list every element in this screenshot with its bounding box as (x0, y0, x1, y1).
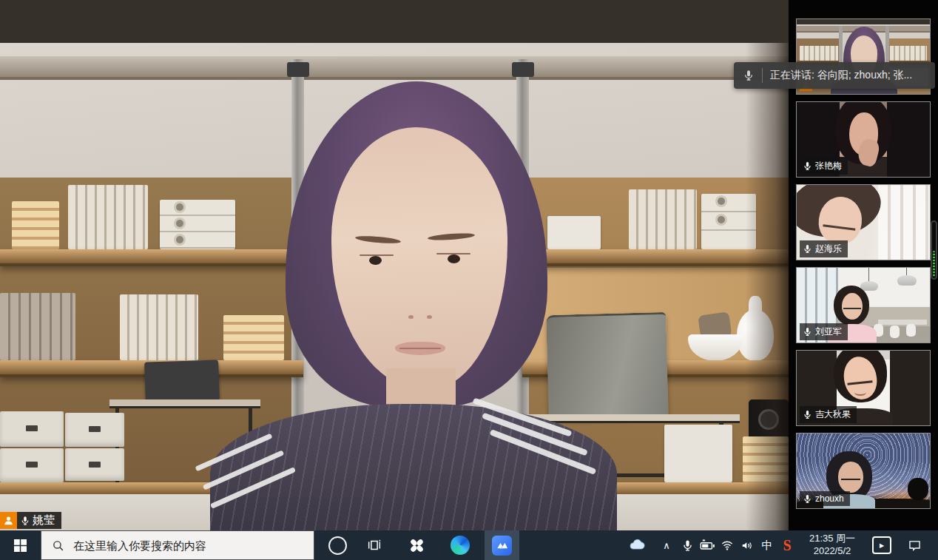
action-center-icon (907, 538, 922, 553)
tile-scene (897, 275, 917, 286)
tile-scene (890, 46, 927, 61)
speaker-name: 姚莹 (33, 513, 55, 527)
participant-name-label: 张艳梅 (800, 158, 848, 175)
storage-box (547, 216, 601, 249)
start-button[interactable] (0, 530, 41, 560)
clock-time: 21:35 周一 (809, 533, 855, 545)
sogou-icon: S (783, 537, 791, 554)
room-ceiling (0, 0, 789, 43)
person-icon (3, 515, 14, 526)
task-view-icon (366, 537, 382, 553)
tile-scene (854, 389, 866, 396)
mic-icon (803, 327, 812, 337)
speaker-torso (210, 404, 617, 531)
wifi-tray-button[interactable] (718, 530, 737, 560)
mic-icon (803, 244, 812, 254)
book-stack (223, 315, 284, 360)
participant-tile[interactable]: 刘亚军 (796, 267, 931, 343)
books-row (629, 189, 697, 249)
main-video-tile[interactable]: 姚莹 (0, 0, 789, 531)
tablet (144, 360, 220, 402)
toast-divider (762, 68, 763, 83)
binder-boxes (160, 200, 235, 249)
participant-tile[interactable]: 张艳梅 (796, 101, 931, 178)
speaker-icon (740, 539, 755, 553)
wifi-icon (721, 539, 734, 552)
media-overlay-button[interactable]: ▶ (868, 530, 895, 560)
sogou-ime-button[interactable]: S (777, 530, 797, 560)
edge-browser-button[interactable] (444, 530, 476, 560)
books-row (0, 293, 75, 360)
tile-scene (908, 478, 928, 500)
play-icon: ▶ (872, 536, 891, 554)
tile-scene (906, 324, 916, 337)
clock-date: 2022/5/2 (814, 545, 851, 558)
speaker-name-label: 姚莹 (17, 512, 61, 529)
taskbar-search-box[interactable] (41, 530, 314, 560)
book-stack (12, 201, 59, 249)
nose (405, 314, 435, 320)
cortana-icon (328, 536, 347, 555)
onedrive-tray-button[interactable] (626, 530, 648, 560)
tile-scene (843, 303, 861, 309)
tile-scene (878, 185, 931, 260)
participant-name: zhouxh (815, 493, 844, 504)
storage-box (65, 448, 124, 481)
ime-indicator[interactable]: 中 (758, 530, 777, 560)
desk-left (109, 399, 260, 408)
storage-box (65, 413, 124, 447)
mic-icon (743, 70, 755, 81)
participant-name: 张艳梅 (815, 160, 842, 172)
cortana-button[interactable] (323, 530, 352, 560)
tile-scene (797, 19, 931, 24)
action-center-button[interactable] (900, 530, 929, 560)
meeting-app-window: 姚莹 (0, 0, 938, 560)
eye (436, 253, 470, 265)
participant-tile[interactable]: 吉大秋果 (796, 350, 931, 426)
edge-icon (451, 536, 470, 555)
sidebar-scrollbar[interactable] (931, 220, 937, 280)
storage-box (0, 448, 64, 482)
host-avatar-badge (0, 512, 17, 529)
search-icon (52, 539, 64, 552)
tile-scene (890, 325, 900, 338)
storage-box (0, 411, 64, 447)
participant-name-label: 吉大秋果 (800, 406, 857, 423)
meeting-app-icon (492, 536, 512, 556)
taskbar-clock[interactable]: 21:35 周一 2022/5/2 (802, 530, 863, 560)
books-row (68, 185, 148, 249)
participant-name-label: 刘亚军 (800, 323, 848, 340)
play-glyph: ▶ (880, 542, 884, 549)
shadow-overlay (746, 43, 789, 530)
cloud-icon (628, 536, 646, 554)
windows-taskbar: ∧ 中 S 21:35 周一 2022/5/2 ▶ (0, 530, 938, 560)
pinwheel-app-button[interactable] (400, 530, 433, 560)
books-row (120, 294, 198, 360)
mic-icon (803, 494, 812, 504)
scrollbar-thumb[interactable] (933, 251, 935, 277)
speaking-toast: 正在讲话: 谷向阳; zhouxh; 张... (734, 62, 935, 89)
speaking-toast-text: 正在讲话: 谷向阳; zhouxh; 张... (770, 69, 912, 82)
participant-name-label: zhouxh (800, 491, 850, 506)
task-view-button[interactable] (360, 530, 389, 560)
participant-name: 吉大秋果 (815, 408, 851, 421)
volume-tray-button[interactable] (737, 530, 758, 560)
mic-icon (803, 161, 812, 171)
tray-expand-button[interactable]: ∧ (657, 530, 676, 560)
storage-box (664, 425, 732, 482)
search-input[interactable] (72, 539, 297, 553)
mic-icon (681, 539, 694, 552)
battery-charging-icon (699, 537, 715, 553)
battery-tray-button[interactable] (697, 530, 718, 560)
participant-name-label: 赵海乐 (800, 240, 848, 257)
windows-logo-icon (14, 539, 27, 552)
participant-name: 刘亚军 (815, 325, 842, 338)
participant-name: 赵海乐 (815, 243, 842, 255)
wall-rail (0, 56, 789, 80)
lips (395, 342, 445, 355)
participant-tile[interactable]: zhouxh (796, 433, 931, 509)
meeting-app-button-active[interactable] (485, 530, 519, 560)
participant-tile[interactable]: 赵海乐 (796, 184, 931, 260)
mic-tray-button[interactable] (678, 530, 697, 560)
post-clamp (287, 62, 309, 77)
